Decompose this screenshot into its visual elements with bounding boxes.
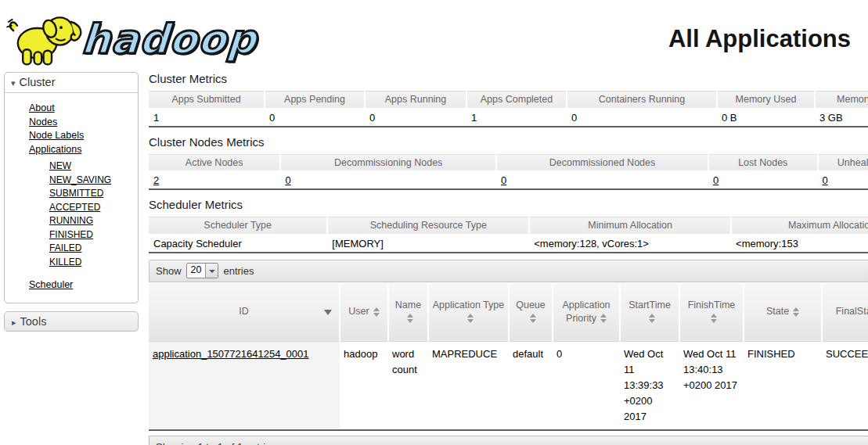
applications-link[interactable]: Applications bbox=[29, 144, 81, 155]
logo-wordmark: hadoop bbox=[80, 16, 258, 63]
state-new-saving-link[interactable]: NEW_SAVING bbox=[49, 174, 111, 185]
sidebar-item-new: NEW bbox=[49, 159, 138, 173]
sidebar-item-nodes: Nodes bbox=[29, 115, 138, 129]
sort-icon bbox=[467, 314, 474, 323]
state-submitted-link[interactable]: SUBMITTED bbox=[49, 188, 103, 199]
col-active-nodes: Active Nodes bbox=[149, 154, 280, 171]
memory-total-value: 3 GB bbox=[815, 109, 868, 127]
hadoop-elephant-icon bbox=[5, 9, 86, 70]
sidebar-section-cluster[interactable]: ▾Cluster bbox=[5, 73, 138, 93]
col-minimum-allocation: Minimum Allocation bbox=[529, 217, 731, 235]
col-maximum-allocation: Maximum Allocation bbox=[731, 217, 868, 235]
application-state: FINISHED bbox=[744, 341, 822, 430]
table-info-bar: Showing 1 to 1 of 1 entries bbox=[149, 436, 868, 445]
sidebar-item-killed: KILLED bbox=[49, 255, 138, 269]
apps-completed-value: 1 bbox=[466, 109, 567, 127]
col-containers-running: Containers Running bbox=[567, 92, 717, 109]
col-memory-used: Memory Used bbox=[717, 92, 815, 109]
sidebar-section-tools[interactable]: ▸Tools bbox=[4, 311, 139, 332]
application-type: MAPREDUCE bbox=[428, 341, 509, 430]
apps-col-finishtime[interactable]: FinishTime bbox=[679, 282, 744, 341]
sort-descending-icon bbox=[324, 310, 332, 315]
col-apps-running: Apps Running bbox=[365, 92, 466, 109]
cluster-nav-box: ▾Cluster About Nodes Node Labels Applica… bbox=[4, 72, 139, 303]
caret-down-icon: ▾ bbox=[11, 78, 16, 88]
top-bar: hadoop All Applications bbox=[0, 0, 868, 72]
scheduler-metrics-row: Capacity Scheduler [MEMORY] <memory:128,… bbox=[149, 235, 868, 253]
sidebar-item-node-labels: Node Labels bbox=[29, 128, 138, 142]
sidebar-item-new-saving: NEW_SAVING bbox=[49, 173, 138, 187]
chevron-down-icon bbox=[205, 264, 218, 278]
application-priority: 0 bbox=[553, 341, 620, 430]
col-apps-pending: Apps Pending bbox=[265, 92, 365, 109]
sidebar-item-about: About bbox=[29, 101, 138, 115]
application-queue: default bbox=[509, 341, 553, 430]
application-finalstatus: SUCCEEDED bbox=[822, 341, 868, 430]
apps-submitted-value: 1 bbox=[149, 109, 265, 127]
apps-col-application-type-label: Application Type bbox=[433, 300, 505, 310]
node-labels-link[interactable]: Node Labels bbox=[29, 130, 84, 141]
sidebar-item-accepted: ACCEPTED bbox=[49, 200, 138, 214]
state-failed-link[interactable]: FAILED bbox=[49, 242, 81, 253]
active-nodes-link[interactable]: 2 bbox=[153, 174, 159, 186]
state-accepted-link[interactable]: ACCEPTED bbox=[49, 202, 100, 213]
sort-icon bbox=[793, 307, 799, 317]
apps-col-finishtime-label: FinishTime bbox=[688, 300, 736, 310]
apps-col-application-priority[interactable]: Application Priority bbox=[553, 282, 620, 341]
state-new-link[interactable]: NEW bbox=[49, 160, 71, 171]
about-link[interactable]: About bbox=[29, 102, 55, 113]
sidebar: ▾Cluster About Nodes Node Labels Applica… bbox=[0, 72, 139, 332]
lost-nodes-link[interactable]: 0 bbox=[713, 174, 719, 186]
apps-col-id[interactable]: ID bbox=[149, 282, 340, 341]
nodes-link[interactable]: Nodes bbox=[29, 117, 57, 127]
apps-col-finalstatus[interactable]: FinalStatus bbox=[822, 282, 868, 341]
state-finished-link[interactable]: FINISHED bbox=[49, 229, 93, 240]
unhealthy-nodes-link[interactable]: 0 bbox=[823, 174, 828, 186]
application-id-link[interactable]: application_1507721641254_0001 bbox=[153, 348, 309, 360]
cluster-nodes-metrics-row: 2 0 0 0 0 bbox=[149, 171, 868, 189]
col-apps-submitted: Apps Submitted bbox=[149, 92, 265, 109]
apps-col-name-label: Name bbox=[395, 300, 421, 310]
sort-icon bbox=[530, 314, 536, 323]
sort-icon bbox=[600, 314, 607, 323]
col-decommissioning-nodes: Decommissioning Nodes bbox=[280, 154, 496, 171]
app-states-subnav: NEW NEW_SAVING SUBMITTED ACCEPTED RUNNIN… bbox=[49, 159, 138, 268]
show-label: Show bbox=[156, 265, 182, 277]
application-starttime: Wed Oct 11 13:39:33 +0200 2017 bbox=[620, 341, 679, 430]
table-length-bar: Show 20 entries bbox=[149, 260, 868, 282]
page-size-select[interactable]: 20 bbox=[186, 263, 219, 278]
cluster-nodes-metrics-table: Active Nodes Decommissioning Nodes Decom… bbox=[149, 154, 868, 191]
apps-col-user-label: User bbox=[348, 306, 369, 317]
scheduler-link[interactable]: Scheduler bbox=[29, 279, 73, 290]
col-scheduler-type: Scheduler Type bbox=[149, 217, 327, 235]
main-content: Cluster Metrics Apps Submitted Apps Pend… bbox=[149, 72, 868, 445]
apps-col-name[interactable]: Name bbox=[388, 282, 428, 341]
maximum-allocation-value: <memory:153 bbox=[731, 235, 868, 253]
sort-icon bbox=[407, 314, 413, 323]
state-running-link[interactable]: RUNNING bbox=[49, 215, 93, 226]
decommissioned-nodes-link[interactable]: 0 bbox=[501, 174, 506, 186]
cluster-metrics-row: 1 0 0 1 0 0 B 3 GB bbox=[149, 109, 868, 127]
state-killed-link[interactable]: KILLED bbox=[49, 257, 81, 267]
decommissioning-nodes-link[interactable]: 0 bbox=[285, 174, 290, 186]
applications-table: ID User Name Application Type Queue bbox=[149, 282, 868, 431]
apps-col-application-type[interactable]: Application Type bbox=[428, 282, 509, 341]
scheduler-type-value: Capacity Scheduler bbox=[149, 235, 327, 253]
containers-running-value: 0 bbox=[567, 109, 717, 127]
application-finishtime: Wed Oct 11 13:40:13 +0200 2017 bbox=[679, 341, 744, 430]
apps-col-id-label: ID bbox=[239, 306, 249, 317]
apps-col-starttime-label: StartTime bbox=[628, 300, 671, 310]
application-row: application_1507721641254_0001 hadoop wo… bbox=[149, 341, 868, 430]
apps-pending-value: 0 bbox=[265, 109, 365, 127]
sidebar-item-applications: Applications bbox=[29, 142, 138, 156]
apps-col-starttime[interactable]: StartTime bbox=[620, 282, 679, 341]
scheduler-metrics-title: Scheduler Metrics bbox=[149, 198, 868, 211]
apps-col-queue-label: Queue bbox=[516, 300, 546, 310]
apps-col-state[interactable]: State bbox=[744, 282, 822, 341]
sidebar-item-failed: FAILED bbox=[49, 241, 138, 255]
entries-label: entries bbox=[223, 265, 254, 277]
apps-col-queue[interactable]: Queue bbox=[509, 282, 553, 341]
scheduler-metrics-table: Scheduler Type Scheduling Resource Type … bbox=[149, 217, 868, 253]
apps-col-user[interactable]: User bbox=[340, 282, 388, 341]
page-size-value: 20 bbox=[187, 264, 206, 278]
